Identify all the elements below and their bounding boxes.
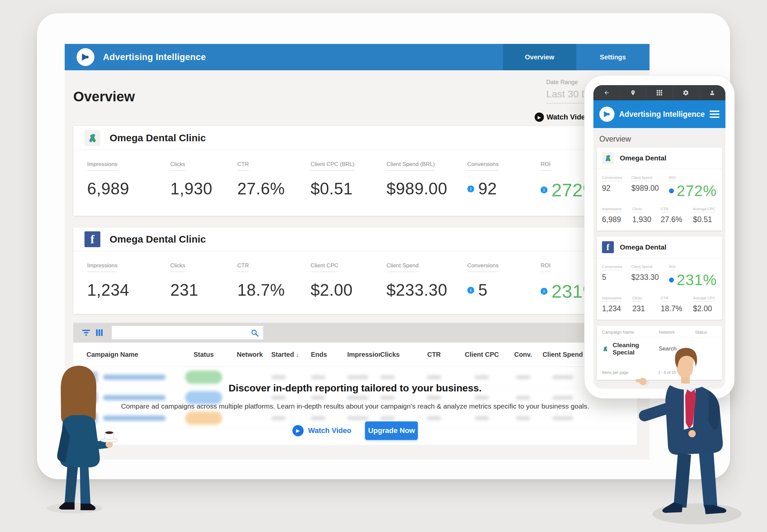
- phone-metrics-card-google: Omega Dental Conversions92 Client Spend$…: [597, 148, 722, 231]
- metric-label: Impressions: [87, 161, 117, 171]
- col-status[interactable]: Status: [695, 330, 717, 335]
- back-arrow-icon[interactable]: [593, 85, 620, 100]
- columns-icon[interactable]: [96, 329, 103, 336]
- metric-value: 6,989: [87, 179, 170, 198]
- pointing-hand: [636, 379, 642, 382]
- filter-icon[interactable]: [82, 329, 90, 336]
- info-icon[interactable]: [541, 186, 548, 193]
- metric-label: Clicks: [170, 262, 185, 272]
- metric-label: Client Spend: [386, 262, 418, 272]
- upsell-overlay: Discover in-depth reporting tailored to …: [73, 382, 637, 440]
- items-per-page-label[interactable]: Items per page: [602, 370, 628, 375]
- metric-label: Impressions: [87, 262, 117, 272]
- woman-hair: [61, 366, 96, 424]
- account-name: Omega Dental Clinic: [110, 234, 206, 245]
- table-toolbar: [73, 323, 637, 343]
- app-header: Advertising Intelligence Overview Settin…: [65, 44, 650, 70]
- phone-metrics-card-facebook: f Omega Dental Conversions5 Client Spend…: [597, 237, 722, 320]
- metric-value: $233.30: [386, 281, 467, 300]
- google-ads-icon: [602, 152, 614, 164]
- watch-video-link-top[interactable]: ▶ Watch Video: [535, 113, 590, 122]
- app-tabs: Overview Settings: [503, 44, 650, 70]
- info-icon[interactable]: [541, 288, 548, 295]
- metric-label: Conversions: [467, 262, 499, 272]
- info-icon[interactable]: [467, 287, 474, 294]
- illustration-man: [634, 347, 748, 527]
- metric-label: CTR: [237, 262, 249, 272]
- metric-label: Client CPC (BRL): [311, 161, 354, 171]
- google-ads-icon: [602, 345, 609, 352]
- location-pin-icon[interactable]: [620, 85, 646, 100]
- brand-logo: [599, 107, 615, 122]
- app-title: Advertising Intelligence: [619, 110, 705, 119]
- app-title: Advertising Intelligence: [103, 52, 206, 62]
- metric-value: $989.00: [386, 179, 467, 198]
- metric-label: Clicks: [170, 161, 185, 171]
- col-network[interactable]: Network: [228, 351, 271, 358]
- metric-label: Conversions: [467, 161, 499, 171]
- metrics-card-facebook: f Omega Dental Clinic Impressions1,234 C…: [73, 227, 637, 314]
- account-name: Omega Dental Clinic: [110, 132, 206, 144]
- search-icon[interactable]: [250, 329, 259, 339]
- col-started[interactable]: Started: [271, 351, 311, 358]
- facebook-icon: f: [602, 241, 614, 253]
- col-ctr[interactable]: CTR: [409, 351, 459, 358]
- metric-value: 5: [478, 281, 487, 300]
- col-ends[interactable]: Ends: [311, 351, 347, 358]
- google-ads-icon: [84, 130, 100, 146]
- metric-label: CTR: [237, 161, 249, 171]
- col-clicks[interactable]: Clicks: [380, 351, 409, 358]
- metric-value: 1,930: [170, 179, 237, 198]
- col-impressions[interactable]: Impressions: [347, 351, 380, 358]
- metric-value: $2.00: [311, 281, 386, 300]
- roi-value: 231%: [677, 271, 717, 289]
- apps-grid-icon[interactable]: [646, 85, 673, 100]
- gear-icon[interactable]: [673, 85, 699, 100]
- megaphone-icon: [80, 52, 91, 62]
- watch-video-link[interactable]: ▶ Watch Video: [292, 425, 351, 436]
- facebook-icon: f: [84, 231, 100, 247]
- upsell-body: Compare ad campaigns across multiple pla…: [73, 402, 637, 410]
- col-client-spend[interactable]: Client Spend: [541, 351, 584, 358]
- metric-label: Client CPC: [311, 262, 338, 272]
- col-conv[interactable]: Conv.: [505, 351, 541, 358]
- col-status[interactable]: Status: [179, 351, 228, 358]
- sort-desc-icon: [294, 351, 299, 358]
- upsell-title: Discover in-depth reporting tailored to …: [73, 382, 637, 394]
- table-header-row: Campaign Name Status Network Started End…: [73, 343, 637, 367]
- account-name: Omega Dental: [620, 154, 666, 162]
- col-client-cpc[interactable]: Client CPC: [459, 351, 505, 358]
- info-icon: [669, 278, 674, 283]
- dashboard-content: Overview Date Range Last 30 Days ▶ Watch…: [65, 70, 650, 460]
- account-name: Omega Dental: [620, 243, 666, 251]
- metric-label: ROI: [541, 161, 550, 171]
- col-campaign-name[interactable]: Campaign Name: [602, 330, 659, 335]
- metric-value: 18.7%: [237, 281, 311, 300]
- marketing-scene: Advertising Intelligence Overview Settin…: [0, 0, 767, 532]
- tab-settings[interactable]: Settings: [576, 44, 650, 70]
- roi-value: 272%: [677, 182, 717, 200]
- col-network[interactable]: Network: [659, 330, 695, 335]
- search-box: [112, 326, 263, 340]
- metric-value: 92: [478, 179, 497, 198]
- metric-value: $0.51: [311, 179, 386, 198]
- info-icon[interactable]: [467, 185, 474, 192]
- play-icon: ▶: [535, 113, 544, 122]
- status-badge: [185, 371, 222, 384]
- play-icon: ▶: [292, 425, 304, 436]
- page-title: Overview: [73, 89, 135, 105]
- phone-app-bar: Advertising Intelligence: [593, 100, 725, 128]
- brand-logo: [77, 48, 94, 66]
- phone-status-bar: [593, 85, 725, 100]
- metric-value: 27.6%: [237, 179, 311, 198]
- metric-label: Client Spend (BRL): [386, 161, 435, 171]
- user-icon[interactable]: [699, 85, 725, 100]
- info-icon: [669, 188, 674, 193]
- menu-icon[interactable]: [710, 111, 719, 118]
- metric-value: 231: [170, 281, 237, 300]
- tab-overview[interactable]: Overview: [503, 44, 576, 70]
- search-input[interactable]: [112, 326, 263, 339]
- upgrade-now-button[interactable]: Upgrade Now: [365, 421, 418, 440]
- metric-value: 1,234: [87, 281, 170, 300]
- phone-page-title: Overview: [599, 135, 722, 144]
